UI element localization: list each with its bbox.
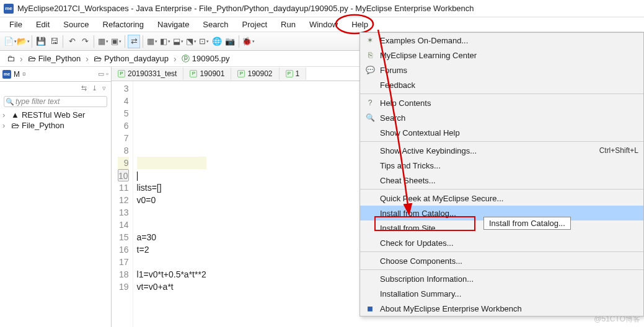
tree-item-restful[interactable]: ›▲ RESTful Web Ser <box>2 110 108 120</box>
link-editor-icon[interactable]: ⤓ <box>92 84 97 92</box>
dropdown-item-label: Feedback <box>376 81 638 90</box>
dropdown-item[interactable]: Choose Components... <box>360 253 643 268</box>
dropdown-item-label: Help Contents <box>376 98 638 108</box>
dropdown-item[interactable]: Show Active Keybindings...Ctrl+Shift+L <box>360 143 643 158</box>
me-icon: ◼ <box>364 304 376 313</box>
view-menu-icon[interactable]: ▿ <box>102 84 106 92</box>
globe-icon[interactable]: 🌐 <box>211 35 223 48</box>
explorer-toolbar: ⇆ ⤓ ▿ <box>0 82 111 95</box>
dropdown-item[interactable]: Installation Summary... <box>360 286 643 301</box>
camera-icon[interactable]: 📷 <box>224 35 236 48</box>
tool2-icon[interactable]: ⬔ <box>185 35 197 48</box>
dropdown-item[interactable]: Feedback <box>360 77 643 92</box>
line-number-gutter: 345678910111213141516171819 <box>112 81 133 327</box>
new-button[interactable]: 📄 <box>4 35 16 48</box>
grid-icon[interactable]: ▦ <box>146 35 158 48</box>
dropdown-item-label: Search <box>376 113 638 123</box>
filter-input[interactable]: 🔍 type filter text <box>4 96 107 107</box>
module-icon[interactable]: ▦ <box>97 35 109 48</box>
menu-help[interactable]: Help <box>345 19 375 30</box>
home-icon[interactable]: 🗀 <box>6 54 15 63</box>
editor-tab-3[interactable]: P190902 <box>231 68 279 80</box>
help-dropdown-menu: ✶Examples On-Demand...⎘MyEclipse Learnin… <box>359 32 644 316</box>
server-icon: ▲ <box>11 110 19 120</box>
python-file-icon: P <box>190 70 197 77</box>
dropdown-item[interactable]: 💬Forums <box>360 63 643 77</box>
dropdown-item[interactable]: Subscription Information... <box>360 271 643 286</box>
dropdown-item-label: MyEclipse Learning Center <box>376 51 638 60</box>
svg-point-0 <box>336 15 373 33</box>
explorer-tab-label[interactable]: M <box>14 70 20 79</box>
dropdown-item[interactable]: Check for Updates... <box>360 235 643 250</box>
package-icon[interactable]: ▣ <box>110 35 122 48</box>
window-title: MyEclipse2017CI_Workspaces - Java Enterp… <box>17 4 474 13</box>
help-icon: ? <box>364 98 376 107</box>
folder-icon: 🗁 <box>94 54 102 63</box>
save-button[interactable]: 💾 <box>35 35 47 48</box>
save-all-button[interactable]: 🖫 <box>48 35 60 48</box>
folder-icon: 🗁 <box>28 54 36 63</box>
python-file-icon: P <box>286 70 293 77</box>
tool1-icon[interactable]: ⬓ <box>172 35 184 48</box>
dropdown-item-label: Examples On-Demand... <box>376 36 638 45</box>
search-icon: 🔍 <box>364 113 376 122</box>
dropdown-item-label: Show Contextual Help <box>376 128 638 137</box>
dropdown-item[interactable]: ⎘MyEclipse Learning Center <box>360 48 643 63</box>
minimize-icon[interactable]: ▭ ▫ <box>98 70 108 78</box>
collapse-icon[interactable]: ⇆ <box>81 84 87 92</box>
editor-tab-label: 1 <box>296 69 300 78</box>
dropdown-item[interactable]: Tips and Tricks... <box>360 158 643 173</box>
tree-item-filepython[interactable]: ›🗁 File_Python <box>2 120 108 131</box>
tool3-icon[interactable]: ⊡ <box>198 35 210 48</box>
dropdown-item-label: Cheat Sheets... <box>376 176 638 185</box>
python-file-icon: P <box>237 70 245 77</box>
breadcrumb-file[interactable]: ⓟ 190905.py <box>182 53 230 64</box>
redo-icon[interactable]: ↷ <box>79 35 91 48</box>
menu-navigate[interactable]: Navigate <box>151 19 196 30</box>
open-button[interactable]: 📂 <box>17 35 29 48</box>
menu-run[interactable]: Run <box>274 19 302 30</box>
dropdown-item-label: Subscription Information... <box>376 274 638 284</box>
dropdown-item-label: Installation Summary... <box>376 289 638 299</box>
link-icon[interactable]: ⇄ <box>128 35 140 48</box>
editor-tab-1[interactable]: P20190331_test <box>112 68 183 80</box>
debug-icon[interactable]: 🐞 <box>242 35 254 48</box>
app-logo-small-icon: me <box>2 70 11 79</box>
explorer-tabs: me M ¤ ▭ ▫ <box>0 67 111 82</box>
code-content[interactable]: lists=[]v0=0a=30t=2l1=v0*t+0.5*a*t**2vt=… <box>133 81 210 327</box>
window-title-bar: me MyEclipse2017CI_Workspaces - Java Ent… <box>0 0 644 17</box>
menu-source[interactable]: Source <box>56 19 95 30</box>
breadcrumb-project[interactable]: 🗁 File_Python <box>28 54 81 63</box>
dropdown-item[interactable]: ◼About MyEclipse Enterprise Workbench <box>360 301 643 316</box>
breadcrumb-folder[interactable]: 🗁 Python_daydayup <box>94 54 169 63</box>
undo-icon[interactable]: ↶ <box>66 35 78 48</box>
view-icon[interactable]: ◧ <box>159 35 171 48</box>
dropdown-item[interactable]: Quick Peek at MyEclipse Secure... <box>360 191 643 206</box>
menu-file[interactable]: File <box>2 19 29 30</box>
dropdown-item-label: Show Active Keybindings... <box>376 146 599 155</box>
dropdown-item[interactable]: 🔍Search <box>360 110 643 125</box>
breadcrumb-folder-label: Python_daydayup <box>104 54 169 63</box>
dropdown-item[interactable]: ✶Examples On-Demand... <box>360 33 643 48</box>
dropdown-item-label: Quick Peek at MyEclipse Secure... <box>376 194 638 203</box>
menu-project[interactable]: Project <box>236 19 274 30</box>
book-icon: ⎘ <box>364 51 376 59</box>
dropdown-item[interactable]: Show Contextual Help <box>360 125 643 140</box>
menu-edit[interactable]: Edit <box>29 19 56 30</box>
project-icon: 🗁 <box>11 121 19 130</box>
editor-tab-4[interactable]: P1 <box>280 68 307 80</box>
editor-tab-2[interactable]: P190901 <box>183 68 231 80</box>
tab-overflow-icon[interactable]: ¤ <box>22 71 26 77</box>
dropdown-item[interactable]: ?Help Contents <box>360 95 643 110</box>
menu-search[interactable]: Search <box>196 19 235 30</box>
menu-refactoring[interactable]: Refactoring <box>96 19 151 30</box>
dropdown-item-label: Check for Updates... <box>376 238 638 248</box>
editor-tab-label: 190902 <box>247 69 272 78</box>
editor-tab-label: 20190331_test <box>128 69 177 78</box>
filter-placeholder: type filter text <box>15 97 60 106</box>
tooltip-text: Install from Catalog... <box>489 219 565 228</box>
dropdown-item[interactable]: Cheat Sheets... <box>360 173 643 188</box>
tree-item-label: RESTful Web Ser <box>22 110 85 120</box>
editor-tab-label: 190901 <box>200 69 224 78</box>
python-file-icon: P <box>118 70 125 77</box>
